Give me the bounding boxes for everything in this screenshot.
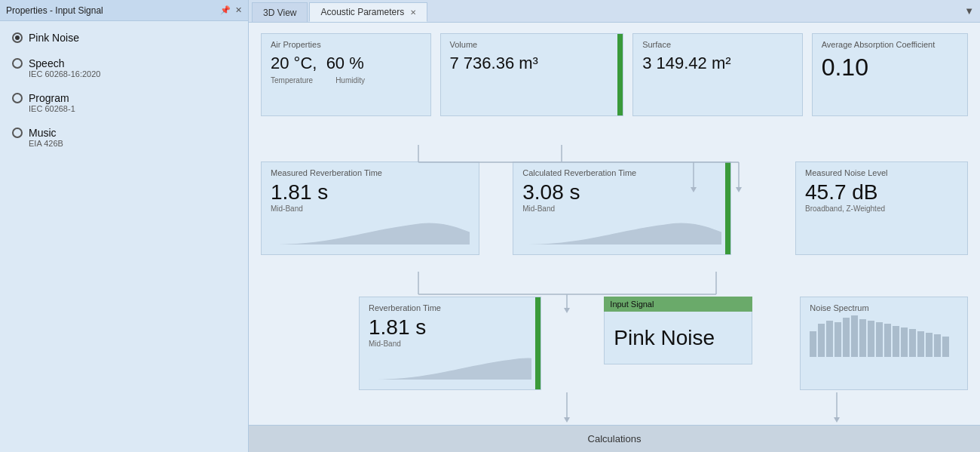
tab-3d-view[interactable]: 3D View bbox=[252, 2, 308, 22]
noise-sublabel: Broadband, Z-Weighted bbox=[805, 204, 958, 213]
meas-rev-value: 1.81 s bbox=[271, 180, 470, 204]
panel-controls: 📌 ✕ bbox=[220, 5, 242, 15]
bottom-spacer-mid bbox=[550, 297, 595, 390]
svg-marker-15 bbox=[834, 417, 840, 423]
filter-icon[interactable]: ▼ bbox=[964, 5, 974, 17]
row-bottom-cards: Reverberation Time 1.81 s Mid-Band Input… bbox=[249, 297, 980, 390]
arrow-spacer-1 bbox=[249, 116, 980, 161]
right-panel: 3D View Acoustic Parameters ✕ ▼ bbox=[249, 0, 980, 452]
card-rev-time: Reverberation Time 1.81 s Mid-Band bbox=[359, 297, 541, 390]
radio-circle-pink-noise[interactable] bbox=[12, 32, 23, 43]
volume-value: 7 736.36 m³ bbox=[450, 54, 614, 73]
spectrum-bar bbox=[909, 329, 916, 357]
hum-label: Humidity bbox=[335, 76, 365, 85]
svg-marker-13 bbox=[564, 417, 570, 423]
spectrum-bar bbox=[843, 318, 850, 357]
rev-time-graph bbox=[369, 351, 531, 381]
row-middle-cards: Measured Reverberation Time 1.81 s Mid-B… bbox=[249, 161, 980, 255]
absorption-label: Average Absorption Coefficient bbox=[822, 40, 958, 49]
temp-label: Temperature bbox=[271, 76, 313, 85]
spectrum-bar bbox=[934, 334, 941, 357]
calc-rev-graph bbox=[522, 216, 721, 246]
radio-label-pink-noise: Pink Noise bbox=[29, 32, 79, 44]
left-panel: Properties - Input Signal 📌 ✕ Pink Noise… bbox=[0, 0, 249, 452]
radio-label-program: Program bbox=[29, 92, 69, 104]
bottom-spacer-right bbox=[761, 297, 791, 390]
panel-header: Properties - Input Signal 📌 ✕ bbox=[0, 0, 248, 21]
pin-icon[interactable]: 📌 bbox=[220, 5, 231, 15]
panel-body: Pink Noise Speech IEC 60268-16:2020 Prog… bbox=[0, 21, 248, 158]
row-top-cards: Air Properties 20 °C, 60 % Temperature H… bbox=[249, 23, 980, 116]
calc-rev-label: Calculated Reverberation Time bbox=[522, 168, 721, 177]
card-calc-rev: Calculated Reverberation Time 3.08 s Mid… bbox=[513, 161, 731, 255]
rev-time-green-bar bbox=[535, 297, 541, 389]
tab-bar: 3D View Acoustic Parameters ✕ ▼ bbox=[249, 0, 980, 23]
radio-program[interactable]: Program IEC 60268-1 bbox=[12, 92, 236, 113]
radio-speech[interactable]: Speech IEC 60268-16:2020 bbox=[12, 57, 236, 78]
noise-spectrum-label: Noise Spectrum bbox=[810, 303, 958, 312]
main-flow-area: Air Properties 20 °C, 60 % Temperature H… bbox=[249, 23, 980, 452]
card-surface: Surface 3 149.42 m² bbox=[632, 33, 803, 116]
spectrum-bar bbox=[859, 319, 866, 357]
calc-rev-value: 3.08 s bbox=[522, 180, 721, 204]
rev-time-value: 1.81 s bbox=[369, 315, 531, 340]
air-label: Air Properties bbox=[271, 40, 421, 49]
noise-value: 45.7 dB bbox=[805, 180, 958, 204]
radio-label-speech: Speech bbox=[29, 57, 64, 69]
meas-rev-graph bbox=[271, 216, 470, 246]
absorption-value: 0.10 bbox=[822, 54, 958, 81]
spectrum-bar bbox=[926, 333, 933, 357]
spectrum-bar bbox=[810, 331, 816, 357]
radio-circle-speech[interactable] bbox=[12, 58, 23, 69]
spectrum-bar bbox=[835, 322, 841, 357]
radio-circle-program[interactable] bbox=[12, 93, 23, 103]
air-values: 20 °C, 60 % bbox=[271, 54, 421, 73]
surface-label: Surface bbox=[642, 40, 793, 49]
volume-label: Volume bbox=[450, 40, 614, 49]
bottom-spacer-left bbox=[261, 297, 350, 390]
meas-rev-label: Measured Reverberation Time bbox=[271, 168, 470, 177]
surface-value: 3 149.42 m² bbox=[642, 54, 793, 73]
noise-label: Measured Noise Level bbox=[805, 168, 958, 177]
air-humidity: 60 % bbox=[326, 54, 364, 72]
spectrum-bar bbox=[868, 321, 874, 357]
spacer-mid bbox=[488, 161, 504, 255]
volume-green-bar bbox=[617, 34, 623, 115]
spacer-mid2 bbox=[740, 161, 786, 255]
spectrum-bar bbox=[851, 315, 858, 357]
radio-label-music: Music bbox=[29, 127, 57, 139]
meas-rev-sublabel: Mid-Band bbox=[271, 204, 470, 213]
radio-sublabel-program: IEC 60268-1 bbox=[29, 104, 236, 113]
calc-rev-sublabel: Mid-Band bbox=[522, 204, 721, 213]
card-volume: Volume 7 736.36 m³ bbox=[440, 33, 624, 116]
spectrum-bar bbox=[818, 324, 825, 357]
card-absorption: Average Absorption Coefficient 0.10 bbox=[812, 33, 968, 116]
spectrum-bars bbox=[810, 315, 958, 357]
card-measured-rev: Measured Reverberation Time 1.81 s Mid-B… bbox=[261, 161, 479, 255]
air-temp: 20 °C bbox=[271, 54, 312, 72]
radio-circle-music[interactable] bbox=[12, 128, 23, 138]
rev-time-label: Reverberation Time bbox=[369, 303, 531, 312]
rev-time-sublabel: Mid-Band bbox=[369, 340, 531, 348]
calc-bar[interactable]: Calculations bbox=[249, 425, 980, 452]
radio-pink-noise[interactable]: Pink Noise bbox=[12, 32, 236, 44]
arrow-spacer-2 bbox=[249, 255, 980, 297]
card-noise-spectrum: Noise Spectrum bbox=[800, 297, 968, 390]
radio-music[interactable]: Music EIA 426B bbox=[12, 127, 236, 148]
close-icon[interactable]: ✕ bbox=[235, 5, 242, 15]
spectrum-bar bbox=[901, 327, 908, 357]
spectrum-bar bbox=[876, 322, 883, 357]
card-input-signal-wrapper: Input Signal Pink Noise bbox=[604, 297, 752, 390]
tab-close-icon[interactable]: ✕ bbox=[410, 8, 416, 17]
tab-acoustic-parameters[interactable]: Acoustic Parameters ✕ bbox=[309, 2, 427, 22]
spectrum-bar bbox=[942, 337, 949, 358]
calc-rev-green-bar bbox=[725, 162, 730, 254]
card-noise-level: Measured Noise Level 45.7 dB Broadband, … bbox=[795, 161, 968, 255]
spectrum-bar bbox=[826, 321, 833, 357]
calc-bar-label: Calculations bbox=[588, 433, 642, 444]
spectrum-bar bbox=[917, 331, 924, 357]
panel-title: Properties - Input Signal bbox=[6, 5, 103, 16]
radio-sublabel-speech: IEC 60268-16:2020 bbox=[29, 69, 236, 78]
spectrum-bar bbox=[884, 324, 891, 357]
radio-sublabel-music: EIA 426B bbox=[29, 139, 236, 148]
